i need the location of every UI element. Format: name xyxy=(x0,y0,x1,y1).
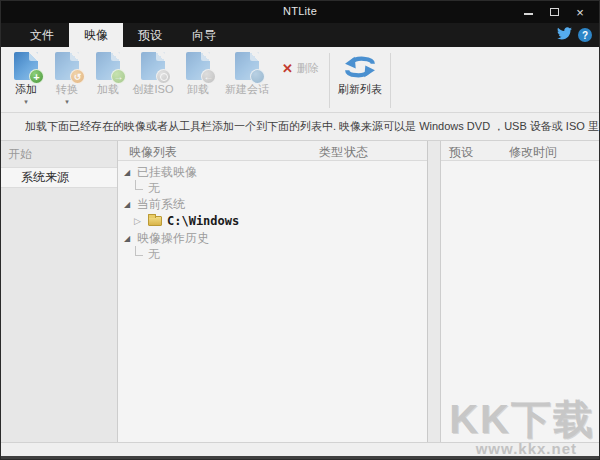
tree-connector-icon xyxy=(135,246,143,256)
info-text: 加载下面已经存在的映像或者从工具栏添加一个到下面的列表中. 映像来源可以是 Wi… xyxy=(25,119,599,134)
convert-image-icon: ↺ xyxy=(55,52,79,80)
column-preset[interactable]: 预设 xyxy=(449,144,473,161)
unload-image-icon: ← xyxy=(186,52,210,80)
ribbon-toolbar: + 添加 ▾ ↺ 转换 ▾ → 加载 创建ISO ← 卸载 新建会话 ✕ 删除 xyxy=(1,47,599,113)
maximize-button[interactable] xyxy=(541,1,567,23)
status-bar xyxy=(1,442,599,456)
minimize-button[interactable] xyxy=(515,1,541,23)
refresh-icon xyxy=(344,54,376,80)
close-icon: × xyxy=(576,6,584,19)
tree-item-current-system[interactable]: ◢ 当前系统 xyxy=(118,196,427,212)
tree-item-c-windows[interactable]: ▷ C:\Windows xyxy=(118,212,427,230)
ribbon-separator xyxy=(329,53,330,108)
titlebar[interactable]: NTLite × xyxy=(1,1,599,23)
folder-icon xyxy=(148,216,162,226)
tree-item-none: 无 xyxy=(118,180,427,196)
info-bar: 加载下面已经存在的映像或者从工具栏添加一个到下面的列表中. 映像来源可以是 Wi… xyxy=(1,113,599,141)
ribbon-tabbar: 文件 映像 预设 向导 ? xyxy=(1,23,599,47)
tab-wizard[interactable]: 向导 xyxy=(177,23,231,47)
image-tree: ◢ 已挂载映像 无 ◢ 当前系统 ▷ C:\Windows xyxy=(118,161,427,262)
twitter-icon[interactable] xyxy=(557,26,572,44)
tab-file[interactable]: 文件 xyxy=(15,23,69,47)
details-panel: 预设 修改时间 xyxy=(440,141,599,442)
sidebar-item-system-source[interactable]: 系统来源 xyxy=(1,167,117,188)
new-session-icon xyxy=(235,52,259,80)
load-image-icon: → xyxy=(96,52,120,80)
details-header: 预设 修改时间 xyxy=(441,141,599,161)
tab-presets[interactable]: 预设 xyxy=(123,23,177,47)
minimize-icon xyxy=(524,13,533,15)
expander-open-icon[interactable]: ◢ xyxy=(121,200,133,209)
sidebar-header-start: 开始 xyxy=(1,141,117,167)
plus-badge-icon: + xyxy=(29,69,44,84)
column-image-list[interactable]: 映像列表 xyxy=(129,144,177,161)
load-image-button[interactable]: → 加载 xyxy=(88,52,128,97)
main-content: 开始 系统来源 映像列表 类型 状态 ◢ 已挂载映像 无 xyxy=(1,141,599,442)
tab-image[interactable]: 映像 xyxy=(69,23,123,47)
column-type[interactable]: 类型 xyxy=(319,144,343,161)
create-iso-icon xyxy=(141,52,165,80)
session-badge-icon xyxy=(250,69,265,84)
column-modified-time[interactable]: 修改时间 xyxy=(509,144,557,161)
image-list-body: ◢ 已挂载映像 无 ◢ 当前系统 ▷ C:\Windows xyxy=(118,161,427,442)
panel-gap xyxy=(428,141,440,442)
image-list-header: 映像列表 类型 状态 xyxy=(118,141,427,161)
convert-badge-icon: ↺ xyxy=(70,69,85,84)
expander-open-icon[interactable]: ◢ xyxy=(121,234,133,243)
arrow-left-badge-icon: ← xyxy=(201,69,216,84)
sidebar: 开始 系统来源 xyxy=(1,141,118,442)
add-image-button[interactable]: + 添加 ▾ xyxy=(6,52,46,106)
window-controls: × xyxy=(515,1,593,23)
details-body xyxy=(441,161,599,442)
disc-badge-icon xyxy=(156,69,171,84)
chevron-down-icon: ▾ xyxy=(24,98,28,106)
create-iso-button[interactable]: 创建ISO xyxy=(129,52,177,97)
ntlite-window: NTLite × 文件 映像 预设 向导 ? + 添加 ▾ ↺ 转换 ▾ xyxy=(0,0,600,460)
add-image-icon: + xyxy=(14,52,38,80)
tabbar-icons: ? xyxy=(557,23,592,47)
arrow-right-badge-icon: → xyxy=(111,69,126,84)
ribbon-separator xyxy=(390,53,391,108)
delete-button[interactable]: ✕ 删除 xyxy=(282,61,319,76)
expander-closed-icon[interactable]: ▷ xyxy=(134,216,146,226)
unload-image-button[interactable]: ← 卸载 xyxy=(178,52,218,97)
column-status[interactable]: 状态 xyxy=(344,144,368,161)
tree-item-none: 无 xyxy=(118,246,427,262)
convert-image-button[interactable]: ↺ 转换 ▾ xyxy=(47,52,87,106)
new-session-button[interactable]: 新建会话 xyxy=(219,52,275,97)
window-bottom-edge xyxy=(1,456,599,459)
expander-open-icon[interactable]: ◢ xyxy=(121,168,133,177)
close-button[interactable]: × xyxy=(567,1,593,23)
tree-connector-icon xyxy=(135,180,143,190)
delete-x-icon: ✕ xyxy=(282,62,293,75)
tree-item-image-history[interactable]: ◢ 映像操作历史 xyxy=(118,230,427,246)
tree-item-mounted-images[interactable]: ◢ 已挂载映像 xyxy=(118,164,427,180)
window-title: NTLite xyxy=(1,5,599,17)
maximize-icon xyxy=(550,8,559,16)
refresh-list-button[interactable]: 刷新列表 xyxy=(332,52,388,97)
chevron-down-icon: ▾ xyxy=(65,98,69,106)
help-icon[interactable]: ? xyxy=(578,28,592,42)
image-list-panel: 映像列表 类型 状态 ◢ 已挂载映像 无 ◢ 当前系统 xyxy=(118,141,428,442)
